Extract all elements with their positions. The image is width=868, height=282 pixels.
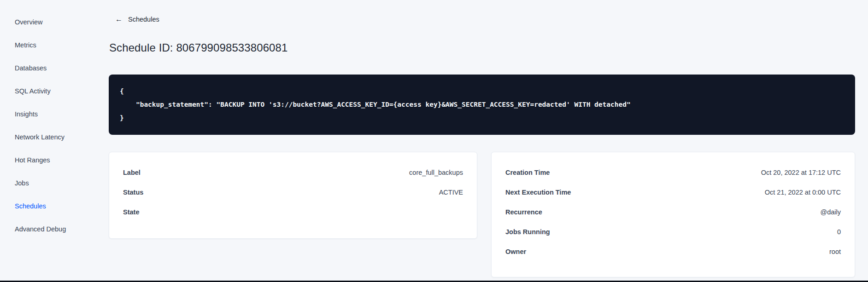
code-line: } xyxy=(120,111,844,125)
row-label: Recurrence xyxy=(505,208,542,216)
schedule-detail-card-left: Label core_full_backups Status ACTIVE St… xyxy=(109,152,477,239)
back-arrow-icon: ← xyxy=(115,16,123,23)
detail-row-creation-time: Creation Time Oct 20, 2022 at 17:12 UTC xyxy=(505,162,841,182)
row-label: Owner xyxy=(505,248,526,255)
row-value: ACTIVE xyxy=(439,189,463,196)
detail-row-status: Status ACTIVE xyxy=(123,182,463,202)
sidebar-item-overview[interactable]: Overview xyxy=(0,11,90,34)
sidebar-item-advanced-debug[interactable]: Advanced Debug xyxy=(0,218,90,241)
row-label: Label xyxy=(123,169,141,176)
detail-row-state: State xyxy=(123,202,463,222)
row-value: 0 xyxy=(837,228,841,236)
sidebar-item-jobs[interactable]: Jobs xyxy=(0,172,90,195)
code-line: { xyxy=(120,85,844,98)
detail-row-recurrence: Recurrence @daily xyxy=(505,202,841,222)
sidebar-item-databases[interactable]: Databases xyxy=(0,57,90,80)
detail-row-label: Label core_full_backups xyxy=(123,162,463,182)
back-to-schedules-link[interactable]: ← Schedules xyxy=(115,16,159,23)
row-label: Status xyxy=(123,189,143,196)
backup-statement-code-block: { "backup_statement": "BACKUP INTO 's3:/… xyxy=(109,75,855,135)
row-value: Oct 20, 2022 at 17:12 UTC xyxy=(761,169,841,176)
sidebar-item-metrics[interactable]: Metrics xyxy=(0,34,90,57)
detail-row-jobs-running: Jobs Running 0 xyxy=(505,222,841,242)
sidebar: Overview Metrics Databases SQL Activity … xyxy=(0,0,90,282)
sidebar-item-sql-activity[interactable]: SQL Activity xyxy=(0,80,90,103)
row-value: Oct 21, 2022 at 0:00 UTC xyxy=(765,189,841,196)
row-value: @daily xyxy=(820,208,841,216)
detail-row-owner: Owner root xyxy=(505,242,841,261)
row-label: Creation Time xyxy=(505,169,550,176)
page-title: Schedule ID: 806799098533806081 xyxy=(109,41,287,54)
row-label: Next Execution Time xyxy=(505,189,571,196)
code-line: "backup_statement": "BACKUP INTO 's3://b… xyxy=(120,98,844,111)
row-label: State xyxy=(123,208,139,216)
sidebar-item-network-latency[interactable]: Network Latency xyxy=(0,126,90,149)
detail-row-next-execution-time: Next Execution Time Oct 21, 2022 at 0:00… xyxy=(505,182,841,202)
row-value: root xyxy=(829,248,841,255)
sidebar-item-schedules[interactable]: Schedules xyxy=(0,195,90,218)
back-link-label: Schedules xyxy=(128,16,159,23)
row-value: core_full_backups xyxy=(409,169,463,176)
sidebar-item-insights[interactable]: Insights xyxy=(0,103,90,126)
sidebar-item-hot-ranges[interactable]: Hot Ranges xyxy=(0,149,90,172)
schedule-detail-card-right: Creation Time Oct 20, 2022 at 17:12 UTC … xyxy=(491,152,855,277)
row-label: Jobs Running xyxy=(505,228,550,236)
